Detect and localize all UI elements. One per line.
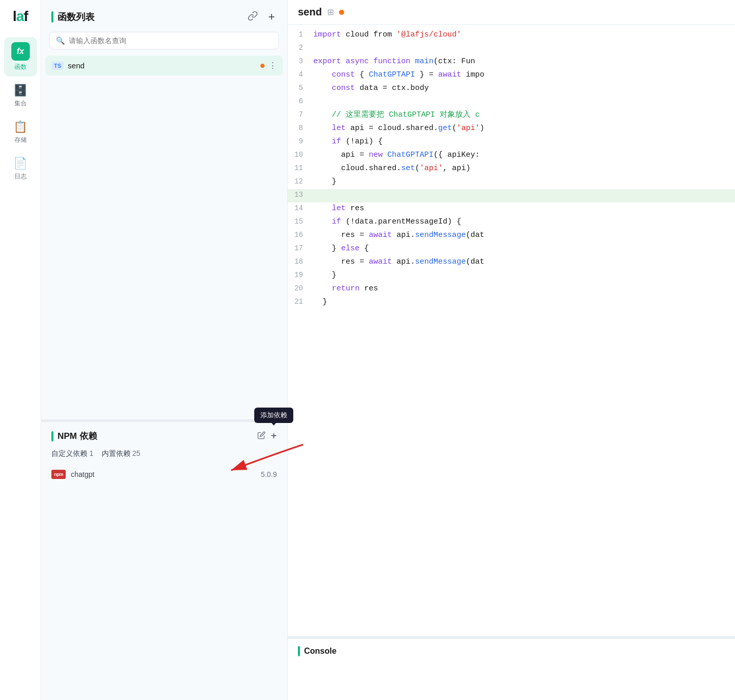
- more-button[interactable]: ⋮: [269, 61, 277, 70]
- collections-icon: 🗄️: [13, 84, 27, 97]
- line-content: if (!data.parentMessageId) {: [313, 216, 735, 229]
- line-number: 20: [288, 283, 313, 296]
- dependency-tabs: 自定义依赖 1 内置依赖 25: [51, 449, 277, 458]
- console-title-text: Console: [304, 647, 336, 656]
- line-number: 17: [288, 243, 313, 256]
- npm-actions: 添加依赖 +: [257, 430, 277, 442]
- function-panel-title-text: 函数列表: [58, 11, 95, 23]
- function-link-button[interactable]: [246, 9, 260, 26]
- line-number: 13: [288, 189, 313, 202]
- sidebar-label-logs: 日志: [14, 172, 27, 181]
- console-title-bar: [298, 646, 300, 656]
- code-line: 6: [288, 96, 735, 109]
- line-content: [313, 96, 735, 109]
- line-number: 9: [288, 136, 313, 149]
- line-number: 1: [288, 29, 313, 42]
- code-line: 20 return res: [288, 283, 735, 296]
- link-icon: [248, 11, 258, 21]
- code-line: 12 }: [288, 176, 735, 189]
- code-line: 7 // 这里需要把 ChatGPTAPI 对象放入 c: [288, 109, 735, 122]
- edit-icon: [257, 431, 266, 439]
- line-number: 15: [288, 216, 313, 229]
- code-line: 9 if (!api) {: [288, 136, 735, 149]
- code-line: 15 if (!data.parentMessageId) {: [288, 216, 735, 229]
- code-editor[interactable]: 1import cloud from '@lafjs/cloud'2 3expo…: [288, 25, 735, 636]
- function-panel: 函数列表 + 🔍 TS send: [41, 0, 288, 700]
- npm-logo-icon: npm: [51, 470, 66, 479]
- custom-dep-label: 自定义依赖: [51, 449, 87, 457]
- function-list: TS send ⋮: [41, 56, 287, 419]
- code-line: 5 const data = ctx.body: [288, 82, 735, 96]
- code-line: 11 cloud.shared.set('api', api): [288, 162, 735, 176]
- line-number: 14: [288, 202, 313, 216]
- line-number: 16: [288, 229, 313, 243]
- functions-icon: fx: [11, 42, 30, 61]
- code-line: 19 }: [288, 269, 735, 283]
- line-content: } else {: [313, 243, 735, 256]
- line-content: import cloud from '@lafjs/cloud': [313, 29, 735, 42]
- sidebar-item-logs[interactable]: 📄 日志: [4, 152, 37, 186]
- code-line: 2: [288, 42, 735, 56]
- line-content: cloud.shared.set('api', api): [313, 162, 735, 176]
- line-number: 11: [288, 162, 313, 176]
- line-number: 8: [288, 122, 313, 136]
- line-content: [313, 189, 735, 202]
- line-content: }: [313, 296, 735, 309]
- code-line: 1import cloud from '@lafjs/cloud': [288, 29, 735, 42]
- logs-icon: 📄: [13, 157, 27, 170]
- search-icon: 🔍: [56, 36, 65, 45]
- function-add-button[interactable]: +: [266, 8, 277, 26]
- function-list-section: 函数列表 + 🔍 TS send: [41, 0, 287, 421]
- list-item[interactable]: TS send ⋮: [45, 56, 283, 76]
- line-number: 6: [288, 96, 313, 109]
- sidebar-item-functions[interactable]: fx 函数: [4, 37, 37, 77]
- code-line: 8 let api = cloud.shared.get('api'): [288, 122, 735, 136]
- builtin-dep-tab[interactable]: 内置依赖 25: [102, 449, 140, 458]
- line-content: // 这里需要把 ChatGPTAPI 对象放入 c: [313, 109, 735, 122]
- line-number: 2: [288, 42, 313, 56]
- function-name: send: [68, 61, 85, 70]
- console-panel: Console: [288, 638, 735, 700]
- line-content: api = new ChatGPTAPI({ apiKey:: [313, 149, 735, 162]
- line-content: [313, 42, 735, 56]
- function-search-box: 🔍: [49, 32, 279, 49]
- dep-name: chatgpt: [71, 470, 95, 478]
- line-content: let api = cloud.shared.get('api'): [313, 122, 735, 136]
- line-number: 19: [288, 269, 313, 283]
- custom-dep-tab[interactable]: 自定义依赖 1: [51, 449, 93, 458]
- line-number: 21: [288, 296, 313, 309]
- sidebar-label-functions: 函数: [14, 63, 27, 71]
- app-logo: laf: [13, 8, 28, 25]
- line-content: }: [313, 176, 735, 189]
- npm-add-button[interactable]: +: [271, 430, 277, 442]
- line-number: 3: [288, 56, 313, 69]
- function-search-input[interactable]: [69, 36, 272, 45]
- function-panel-actions: +: [246, 8, 277, 26]
- code-line: 18 res = await api.sendMessage(dat: [288, 256, 735, 269]
- dep-item-left: npm chatgpt: [51, 470, 95, 479]
- dep-version: 5.0.9: [261, 470, 277, 478]
- sidebar-item-collections[interactable]: 🗄️ 集合: [4, 79, 37, 113]
- line-number: 7: [288, 109, 313, 122]
- code-line: 10 api = new ChatGPTAPI({ apiKey:: [288, 149, 735, 162]
- function-panel-header: 函数列表 +: [41, 0, 287, 32]
- npm-panel: NPM 依赖 添加依赖 + 自定: [41, 421, 287, 491]
- sidebar-item-storage[interactable]: 📋 存储: [4, 115, 37, 150]
- function-item-left: TS send: [51, 61, 85, 70]
- sidebar: laf fx 函数 🗄️ 集合 📋 存储 📄 日志: [0, 0, 41, 700]
- line-number: 18: [288, 256, 313, 269]
- storage-icon: 📋: [13, 120, 27, 134]
- line-number: 10: [288, 149, 313, 162]
- npm-title-bar: [51, 431, 53, 441]
- line-content: return res: [313, 283, 735, 296]
- list-item: npm chatgpt 5.0.9: [51, 466, 277, 483]
- editor-filename: send: [298, 6, 322, 18]
- line-number: 5: [288, 82, 313, 96]
- line-content: const data = ctx.body: [313, 82, 735, 96]
- line-number: 12: [288, 176, 313, 189]
- npm-edit-button[interactable]: [257, 431, 266, 441]
- code-line: 13: [288, 189, 735, 202]
- code-line: 3export async function main(ctx: Fun: [288, 56, 735, 69]
- line-content: export async function main(ctx: Fun: [313, 56, 735, 69]
- editor-copy-icon[interactable]: ⊞: [327, 7, 334, 17]
